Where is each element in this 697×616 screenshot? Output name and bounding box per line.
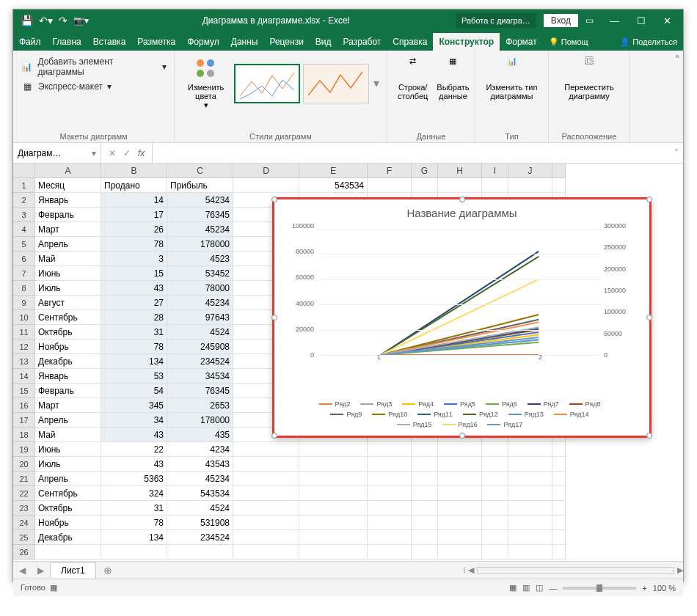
macro-record-icon[interactable]: ▦ [50,583,57,592]
sheet-nav-next-icon[interactable]: ▶ [32,565,50,576]
zoom-level[interactable]: 100 % [653,584,676,593]
ribbon: 📊Добавить элемент диаграммы▾ ▦Экспресс-м… [13,51,683,143]
styles-group-label: Стили диаграмм [182,132,379,141]
chart-title[interactable]: Название диаграммы [283,207,641,219]
chart-styles-gallery[interactable] [234,64,369,103]
switch-rowcol-icon: ⇄ [401,56,426,81]
excel-window: 💾 ↶▾ ↷ 📷▾ Диаграмма в диаграмме.xlsx - E… [12,9,684,582]
tab-insert[interactable]: Вставка [87,33,132,51]
tab-view[interactable]: Вид [310,33,337,51]
chart-tools-context: Работа с диагра… [456,13,536,28]
tab-developer[interactable]: Разработ [337,33,387,51]
sheet-tab-1[interactable]: Лист1 [50,562,96,578]
camera-icon[interactable]: 📷▾ [73,15,89,26]
colors-icon [194,56,219,81]
resize-handle-w[interactable] [271,315,277,320]
tab-file[interactable]: Файл [13,33,47,51]
chart-style-2[interactable] [303,64,369,103]
view-normal-icon[interactable]: ▦ [509,583,517,593]
namebox-dropdown-icon[interactable]: ▾ [92,148,96,158]
chart-object[interactable]: Название диаграммы 020000400006000080000… [272,197,652,438]
select-data-icon: ▦ [440,56,465,81]
chart-legend[interactable]: Ряд2Ряд3Ряд4Ряд5Ряд6Ряд7Ряд8Ряд9Ряд10Ряд… [318,397,601,428]
resize-handle-ne[interactable] [646,197,652,202]
resize-handle-n[interactable] [459,197,465,202]
change-chart-type-button[interactable]: 📊Изменить тип диаграммы [483,55,541,102]
resize-handle-e[interactable] [646,315,652,320]
resize-handle-sw[interactable] [271,433,277,439]
ribbon-display-icon[interactable]: ▭ [585,15,594,26]
add-sheet-button[interactable]: ⊕ [96,565,120,576]
change-type-icon: 📊 [500,56,525,81]
formula-input[interactable] [152,143,670,163]
tell-me[interactable]: 💡 Помощ [543,34,594,51]
ribbon-tabs: Файл Главна Вставка Разметка Формул Данн… [13,32,683,51]
share-button[interactable]: 👤 Поделиться [614,34,683,51]
type-group-label: Тип [483,132,541,141]
zoom-out-button[interactable]: — [549,584,557,593]
login-button[interactable]: Вход [544,14,578,27]
svg-line-13 [381,327,539,355]
move-chart-button[interactable]: ⿴Переместить диаграмму [556,55,622,102]
status-bar: Готово ▦ ▦ ▥ ◫ — + 100 % [13,579,683,596]
document-title: Диаграмма в диаграмме.xlsx - Excel [96,15,456,26]
status-text: Готово [21,583,45,592]
expand-formula-icon[interactable]: ˅ [670,148,683,158]
fx-icon[interactable]: fx [138,148,145,158]
view-pagelayout-icon[interactable]: ▥ [522,583,530,593]
sheet-tab-bar: ◀ ▶ Лист1 ⊕ ⁞ ◀▶ [13,561,683,579]
tab-data[interactable]: Данны [225,33,264,51]
tab-format[interactable]: Формат [500,33,543,51]
zoom-slider[interactable] [563,587,636,590]
x-axis: 12 [318,353,601,361]
resize-handle-s[interactable] [459,433,465,439]
sheet-nav-prev-icon[interactable]: ◀ [13,565,32,576]
redo-icon[interactable]: ↷ [59,15,67,26]
select-data-button[interactable]: ▦Выбрать данные [434,55,472,102]
save-icon[interactable]: 💾 [21,15,33,26]
left-y-axis: 020000400006000080000100000 [285,226,315,355]
tab-formulas[interactable]: Формул [181,33,225,51]
add-chart-element-button[interactable]: 📊Добавить элемент диаграммы▾ [21,55,167,78]
resize-handle-se[interactable] [646,433,652,439]
quick-access-toolbar: 💾 ↶▾ ↷ 📷▾ [13,15,96,26]
layouts-group-label: Макеты диаграмм [21,132,167,141]
zoom-in-button[interactable]: + [642,584,646,593]
location-group-label: Расположение [556,132,622,141]
formula-bar: Диаграм…▾ ✕ ✓ fx ˅ [13,143,683,164]
chart-plot-area[interactable] [318,229,601,355]
resize-handle-nw[interactable] [271,197,277,202]
close-button[interactable]: ✕ [654,12,680,29]
minimize-button[interactable]: — [601,12,628,29]
tab-design[interactable]: Конструктор [433,33,500,51]
name-box[interactable]: Диаграм…▾ [13,143,101,163]
tab-home[interactable]: Главна [47,33,87,51]
switch-row-column-button[interactable]: ⇄Строка/ столбец [395,55,431,102]
styles-more-icon[interactable]: ▾ [373,76,379,90]
maximize-button[interactable]: ☐ [628,12,654,29]
view-pagebreak-icon[interactable]: ◫ [536,583,543,593]
tab-review[interactable]: Рецензи [263,33,309,51]
change-colors-button[interactable]: Изменить цвета▾ [182,55,230,111]
enter-formula-icon[interactable]: ✓ [123,148,131,158]
worksheet-area: ABCDEFGHIJ1МесяцПроданоПрибыль5435342Янв… [13,164,683,561]
chart-style-1[interactable] [234,64,300,103]
data-group-label: Данные [395,132,467,141]
right-y-axis: 050000100000150000200000250000300000 [604,226,636,355]
add-element-icon: 📊 [21,60,33,73]
move-chart-icon: ⿴ [577,56,602,81]
tab-help[interactable]: Справка [387,33,433,51]
quick-layout-icon: ▦ [21,80,34,93]
quick-layout-button[interactable]: ▦Экспресс-макет▾ [21,78,167,95]
window-controls: — ☐ ✕ [601,12,680,29]
undo-icon[interactable]: ↶▾ [39,15,53,26]
collapse-ribbon-icon[interactable]: ˄ [674,54,680,67]
tab-layout[interactable]: Разметка [131,33,181,51]
titlebar: 💾 ↶▾ ↷ 📷▾ Диаграмма в диаграмме.xlsx - E… [13,10,683,32]
cancel-formula-icon[interactable]: ✕ [109,148,116,158]
